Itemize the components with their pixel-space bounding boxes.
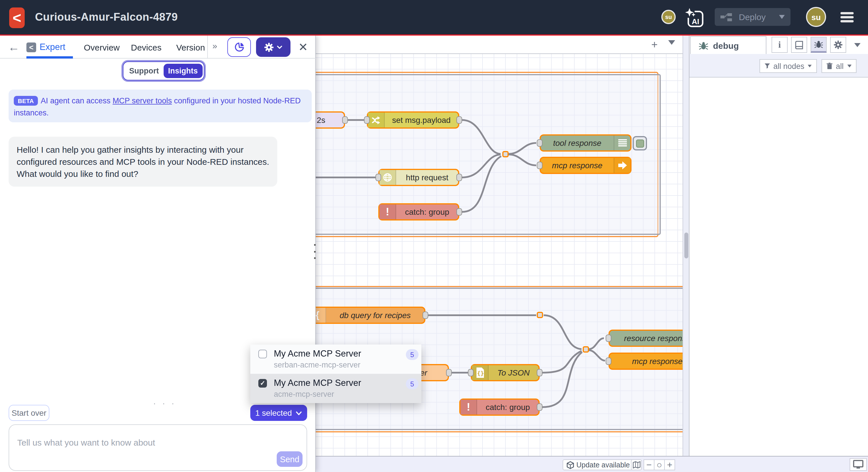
tab-expert[interactable]: < Expert: [26, 36, 65, 59]
node-delay[interactable]: delay 2s: [316, 111, 345, 129]
avatar[interactable]: su: [806, 7, 826, 27]
svg-text:{}: {}: [477, 370, 484, 377]
exclamation-icon: !: [379, 204, 396, 219]
toggle-insights[interactable]: Insights: [164, 64, 203, 78]
bug-icon: [699, 41, 708, 50]
chat-input[interactable]: [9, 425, 307, 460]
add-flow-button[interactable]: +: [648, 38, 661, 52]
beta-banner: BETAAI agent can access MCP server tools…: [9, 90, 312, 122]
junction-2[interactable]: [537, 312, 543, 318]
node-to-json[interactable]: {} To JSON: [471, 364, 539, 381]
brace-icon: {: [316, 308, 326, 323]
bug-icon: [814, 40, 823, 49]
debug-node-toggle[interactable]: [632, 136, 647, 150]
flow-list-chevron-icon[interactable]: [668, 40, 675, 45]
assistant-panel: ← < Expert Overview Devices Version Hist…: [0, 36, 316, 472]
junction-1[interactable]: [502, 151, 508, 157]
deploy-button[interactable]: Deploy: [715, 8, 790, 26]
debug-sidebar: debug i: [689, 36, 868, 456]
chat-input-box: Send: [9, 424, 307, 471]
json-file-icon: {}: [472, 365, 489, 380]
instance-title: Curious-Amur-Falcon-4879: [35, 0, 178, 34]
workspace-tabbar: +: [316, 36, 683, 54]
navbar: < Curious-Amur-Falcon-4879 su AI Deploy …: [0, 0, 868, 36]
user-badge-small[interactable]: su: [661, 10, 676, 24]
funnel-icon: [765, 63, 770, 69]
dropdown-item[interactable]: My Acme MCP Server serban-acme-mcp-serve…: [250, 345, 422, 374]
dropdown-item[interactable]: ✓ My Acme MCP Server acme-mcp-server 5: [250, 374, 422, 403]
insights-chart-button[interactable]: [227, 37, 251, 57]
change-node-icon: [368, 113, 384, 127]
svg-text:AI: AI: [692, 17, 699, 26]
node-set-payload[interactable]: set msg.payload: [367, 111, 459, 129]
info-tab-button[interactable]: i: [772, 37, 787, 53]
debug-filter-dropdown[interactable]: all nodes: [760, 59, 817, 73]
tab-debug[interactable]: debug: [690, 36, 766, 55]
arrow-out-icon: [614, 158, 630, 173]
tab-overview[interactable]: Overview: [84, 36, 120, 59]
more-tabs-icon[interactable]: »: [212, 41, 216, 51]
expert-icon: <: [26, 42, 36, 52]
resize-handle-dots[interactable]: · · ·: [153, 399, 176, 408]
gear-icon: [264, 42, 274, 52]
node-http-request[interactable]: http request: [378, 169, 459, 186]
deploy-chevron-icon: [779, 15, 785, 19]
mcp-server-tools-link[interactable]: MCP server tools: [113, 96, 172, 105]
debug-tab-button[interactable]: [811, 37, 827, 53]
assistant-greeting: Hello! I can help you gather insights by…: [9, 137, 277, 187]
minimap-button[interactable]: [631, 460, 642, 470]
back-arrow-icon[interactable]: ←: [7, 40, 21, 54]
count-badge: 5: [406, 349, 418, 360]
book-icon: [795, 40, 803, 49]
flowfuse-logo-icon[interactable]: <: [9, 7, 25, 28]
settings-tab-button[interactable]: [830, 37, 846, 53]
junction-3[interactable]: [583, 346, 589, 353]
checkbox-checked[interactable]: ✓: [258, 379, 267, 388]
ai-assistant-icon[interactable]: AI: [684, 7, 705, 28]
zoom-in-button[interactable]: +: [664, 460, 675, 470]
deploy-label: Deploy: [739, 12, 779, 22]
update-available-button[interactable]: Update available: [563, 460, 634, 470]
chevron-down-icon: [277, 46, 282, 49]
chevron-down-icon: [296, 411, 302, 415]
tab-devices[interactable]: Devices: [131, 36, 162, 59]
node-db-query[interactable]: { db query for recipes: [316, 306, 425, 324]
count-badge: 5: [406, 378, 418, 389]
canvas-footer: Update available − ○ +: [316, 456, 868, 472]
node-catch-1[interactable]: ! catch: group: [378, 203, 459, 220]
support-insights-toggle: Support Insights: [123, 61, 204, 80]
zoom-reset-button[interactable]: ○: [654, 460, 665, 470]
selected-dropdown-button[interactable]: 1 selected: [250, 405, 307, 421]
toggle-support[interactable]: Support: [125, 67, 164, 75]
node-catch-2[interactable]: ! catch: group: [459, 399, 539, 416]
send-button[interactable]: Send: [277, 451, 303, 467]
tab-version-history[interactable]: Version History: [176, 36, 207, 59]
device-monitor-button[interactable]: [849, 458, 867, 471]
node-mcp-response-2[interactable]: mcp response: [609, 353, 683, 370]
pie-chart-icon: [234, 42, 244, 52]
sidebar-more-chevron-icon[interactable]: [854, 43, 861, 47]
exclamation-icon: !: [460, 400, 477, 415]
close-icon[interactable]: ✕: [297, 41, 309, 53]
assistant-settings-button[interactable]: [256, 37, 290, 57]
node-mcp-response-1[interactable]: mcp response: [539, 157, 631, 174]
gear-icon: [834, 40, 843, 49]
start-over-button[interactable]: Start over: [9, 405, 50, 421]
panel-resize-grip[interactable]: [313, 244, 317, 259]
debug-clear-dropdown[interactable]: all: [822, 59, 857, 73]
package-icon: [567, 461, 574, 469]
help-tab-button[interactable]: [791, 37, 807, 53]
mcp-server-dropdown: My Acme MCP Server serban-acme-mcp-serve…: [250, 345, 422, 403]
checkbox-unchecked[interactable]: [258, 350, 267, 358]
beta-badge: BETA: [14, 96, 38, 106]
debug-lines-icon: [614, 136, 630, 150]
debug-filter-row: all nodes all: [689, 54, 868, 78]
canvas-vscrollbar[interactable]: [683, 36, 689, 456]
zoom-out-button[interactable]: −: [644, 460, 654, 470]
globe-icon: [379, 170, 396, 185]
monitor-icon: [853, 460, 863, 469]
map-icon: [632, 461, 640, 469]
node-resource-response[interactable]: resource response: [609, 330, 683, 347]
menu-icon[interactable]: [840, 12, 854, 22]
node-tool-response[interactable]: tool response: [539, 135, 631, 152]
